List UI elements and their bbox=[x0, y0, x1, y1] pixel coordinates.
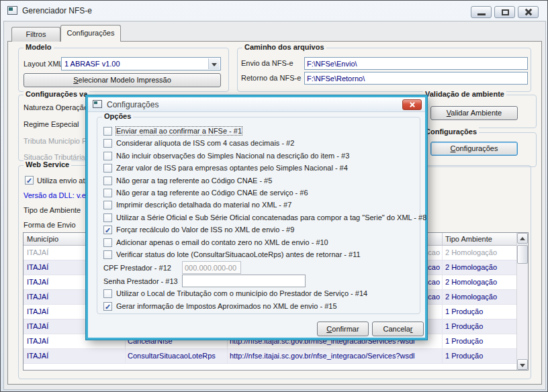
option-row[interactable]: Não incluir observações do Simples Nacio… bbox=[97, 150, 420, 162]
option-checkbox-11[interactable] bbox=[103, 250, 112, 259]
confirmar-button[interactable]: Confirmar bbox=[317, 322, 369, 336]
senha-prestador-label: Senha Prestador - #13 bbox=[103, 277, 178, 285]
dll-version-label: Versão da DLL: v.e bbox=[24, 191, 86, 199]
layout-xml-label: Layout XML bbox=[24, 60, 63, 68]
option-checkbox-1[interactable] bbox=[103, 127, 112, 136]
group-caminho-title: Caminho dos arquivos bbox=[242, 43, 326, 51]
group-opcoes: Opções Enviar email ao confirmar a NFSe … bbox=[97, 117, 420, 314]
option-row[interactable]: Adicionar apenas o email do contato zero… bbox=[97, 237, 420, 249]
table-row[interactable]: ITAJAÍConsultarSituacaoLoteRpshttp://nfs… bbox=[24, 349, 528, 364]
regime-especial-label: Regime Especial bbox=[24, 120, 79, 128]
option-checkbox-15[interactable]: ✓ bbox=[103, 302, 112, 311]
option-row[interactable]: Imprimir descrição detalhada do material… bbox=[97, 199, 420, 211]
envio-input[interactable] bbox=[304, 57, 528, 70]
option-row[interactable]: Zerar valor de ISS para empresas optante… bbox=[97, 162, 420, 175]
forma-envio-label: Forma de Envio bbox=[24, 221, 76, 229]
titlebar[interactable]: Gerenciador NFS-e bbox=[1, 1, 547, 21]
option-row[interactable]: Utilizar o Local de Tributação com o mun… bbox=[97, 288, 420, 300]
utiliza-envio-checkbox[interactable]: ✓ bbox=[25, 176, 34, 185]
cancelar-button[interactable]: Cancelar bbox=[372, 322, 424, 336]
cpf-prestador-label: CPF Prestador - #12 bbox=[103, 264, 171, 272]
retorno-input[interactable] bbox=[304, 72, 528, 85]
tipo-ambiente-label: Tipo de Ambiente bbox=[24, 206, 81, 214]
option-checkbox-4[interactable] bbox=[103, 164, 112, 173]
layout-xml-combobox[interactable]: 1 ABRASF v1.00 bbox=[61, 57, 221, 70]
tab-configuracoes[interactable]: Configurações bbox=[60, 25, 121, 42]
group-caminho: Caminho dos arquivos bbox=[237, 48, 531, 92]
cpf-prestador-input[interactable] bbox=[182, 261, 241, 274]
group-web-service-title: Web Service bbox=[24, 160, 71, 168]
group-validacao-title: Validação de ambiente bbox=[423, 90, 506, 98]
close-button[interactable] bbox=[518, 6, 539, 18]
senha-prestador-input[interactable] bbox=[182, 275, 306, 287]
option-checkbox-14[interactable] bbox=[103, 289, 112, 298]
dialog-titlebar[interactable]: Configurações bbox=[88, 97, 425, 112]
maximize-button[interactable] bbox=[494, 6, 515, 18]
dialog-icon bbox=[93, 100, 102, 108]
option-row[interactable]: ✓ Forçar recálculo do Valor de ISS no XM… bbox=[97, 224, 420, 236]
option-checkbox-10[interactable] bbox=[103, 238, 112, 247]
option-checkbox-5[interactable] bbox=[103, 177, 112, 185]
maximize-icon bbox=[502, 9, 509, 15]
scroll-up-button[interactable] bbox=[517, 233, 528, 244]
option-checkbox-7[interactable] bbox=[103, 201, 112, 209]
tab-filtros[interactable]: Filtros bbox=[11, 27, 60, 42]
envio-label: Envio da NFS-e bbox=[241, 59, 293, 67]
main-window: Gerenciador NFS-e Filtros Configurações … bbox=[0, 0, 548, 392]
selecionar-modelo-button[interactable]: Selecionar Modelo Impressão bbox=[24, 73, 221, 87]
group-opcoes-title: Opções bbox=[102, 112, 133, 120]
utiliza-envio-label: Utiliza envio atra bbox=[37, 177, 91, 185]
option-row[interactable]: Enviar email ao confirmar a NFSe - #1 bbox=[97, 126, 420, 138]
option-checkbox-2[interactable] bbox=[103, 139, 112, 148]
tributa-municipio-label: Tributa Município Pr bbox=[24, 137, 89, 145]
option-checkbox-9[interactable]: ✓ bbox=[103, 226, 112, 234]
senha-row: Senha Prestador - #13 bbox=[97, 275, 420, 288]
scrollbar-thumb[interactable] bbox=[517, 245, 528, 264]
group-modelo-title: Modelo bbox=[24, 43, 54, 51]
option-row[interactable]: Não gerar a tag referente ao Código CNAE… bbox=[97, 175, 420, 187]
option-checkbox-8[interactable] bbox=[103, 213, 112, 222]
minimize-icon bbox=[477, 13, 486, 15]
scroll-down-button[interactable] bbox=[517, 359, 528, 370]
window-title: Gerenciador NFS-e bbox=[22, 6, 92, 15]
option-row[interactable]: ✓ Gerar informação de Impostos Aproximad… bbox=[97, 301, 420, 313]
natureza-operacao-label: Natureza Operação bbox=[24, 103, 88, 111]
layout-xml-value: 1 ABRASF v1.00 bbox=[64, 60, 120, 68]
dropdown-button[interactable] bbox=[208, 58, 220, 69]
group-configuracoes-title: Configurações bbox=[423, 128, 479, 136]
cpf-row: CPF Prestador - #12 bbox=[97, 261, 420, 275]
header-tipo-ambiente[interactable]: Tipo Ambiente bbox=[443, 233, 518, 245]
option-row[interactable]: Utilizar a Série Oficial e Sub Série Ofi… bbox=[97, 212, 420, 224]
group-config-variaveis-title: Configurações va bbox=[24, 90, 89, 98]
validar-ambiente-button[interactable]: Validar Ambiente bbox=[430, 106, 518, 120]
scroll-down-icon bbox=[520, 364, 525, 367]
app-icon bbox=[7, 6, 17, 15]
scroll-up-icon bbox=[520, 237, 525, 240]
retorno-label: Retorno da NFS-e bbox=[241, 74, 301, 82]
option-row[interactable]: Verificar status do lote (ConsultarSitua… bbox=[97, 249, 420, 261]
configuracoes-dialog: Configurações Opções Enviar email ao con… bbox=[86, 95, 427, 340]
chevron-down-icon bbox=[212, 63, 217, 66]
option-checkbox-3[interactable] bbox=[103, 152, 112, 160]
vertical-scrollbar[interactable] bbox=[516, 233, 528, 370]
minimize-button[interactable] bbox=[471, 6, 492, 18]
option-row[interactable]: Considerar alíquota de ISS com 4 casas d… bbox=[97, 138, 420, 150]
configuracoes-button[interactable]: Configurações bbox=[430, 142, 518, 156]
option-checkbox-6[interactable] bbox=[103, 189, 112, 197]
option-row[interactable]: Não gerar a tag referente ao Código CNAE… bbox=[97, 187, 420, 199]
dialog-title: Configurações bbox=[107, 100, 158, 109]
dialog-close-button[interactable] bbox=[402, 99, 422, 110]
